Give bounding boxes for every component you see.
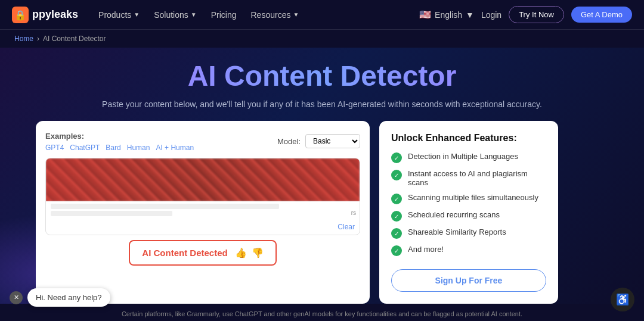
nav-products[interactable]: Products ▼ xyxy=(92,7,145,23)
tag-bard[interactable]: Bard xyxy=(106,144,120,152)
content-area: Examples: GPT4 ChatGPT Bard Human AI + H… xyxy=(12,121,632,304)
hero-section: AI Content Detector Paste your content b… xyxy=(0,48,644,304)
mosaic-overlay xyxy=(46,158,360,201)
products-arrow-icon: ▼ xyxy=(134,11,140,18)
tag-chatgpt[interactable]: ChatGPT xyxy=(70,144,100,152)
result-badge: AI Content Detected 👍 👎 xyxy=(129,240,276,266)
navbar-right: 🇺🇸 English ▼ Login Try It Now Get A Demo xyxy=(419,6,632,23)
features-title: Unlock Enhanced Features: xyxy=(391,133,546,144)
feature-item-3: ✓ Scanning multiple files simultaneously xyxy=(391,193,546,204)
tag-ai-human[interactable]: AI + Human xyxy=(156,144,194,152)
thumbs-down-icon[interactable]: 👎 xyxy=(252,247,264,258)
solutions-arrow-icon: ▼ xyxy=(191,11,197,18)
nav-resources[interactable]: Resources ▼ xyxy=(245,7,305,23)
chat-close-button[interactable]: ✕ xyxy=(10,291,23,304)
flag-icon: 🇺🇸 xyxy=(419,9,431,20)
try-it-now-button[interactable]: Try It Now xyxy=(509,6,564,23)
check-icon-1: ✓ xyxy=(391,152,402,163)
login-button[interactable]: Login xyxy=(481,10,501,20)
check-icon-4: ✓ xyxy=(391,211,402,222)
nav-pricing[interactable]: Pricing xyxy=(205,7,243,23)
feature-item-1: ✓ Detection in Multiple Languages xyxy=(391,152,546,163)
svg-text:🔒: 🔒 xyxy=(14,10,26,21)
check-icon-3: ✓ xyxy=(391,194,402,204)
nav-links: Products ▼ Solutions ▼ Pricing Resources… xyxy=(92,7,419,23)
features-card: Unlock Enhanced Features: ✓ Detection in… xyxy=(379,121,558,304)
lang-arrow-icon: ▼ xyxy=(466,10,474,20)
text-input-area[interactable]: rs Clear xyxy=(45,158,360,235)
breadcrumb: Home › AI Content Detector xyxy=(0,30,644,48)
feature-item-6: ✓ And more! xyxy=(391,245,546,256)
tag-human[interactable]: Human xyxy=(127,144,150,152)
get-demo-button[interactable]: Get A Demo xyxy=(571,7,632,23)
clear-button[interactable]: Clear xyxy=(338,223,355,231)
feature-item-5: ✓ Shareable Similarity Reports xyxy=(391,227,546,239)
logo-text: ppyleaks xyxy=(32,8,78,21)
detector-card: Examples: GPT4 ChatGPT Bard Human AI + H… xyxy=(36,121,370,304)
blurred-text xyxy=(46,158,360,201)
language-selector[interactable]: 🇺🇸 English ▼ xyxy=(419,9,474,20)
thumbs-up-icon[interactable]: 👍 xyxy=(235,247,247,258)
navbar: 🔒 ppyleaks Products ▼ Solutions ▼ Pricin… xyxy=(0,0,644,30)
logo[interactable]: 🔒 ppyleaks xyxy=(12,7,78,23)
signup-button[interactable]: Sign Up For Free xyxy=(391,269,546,292)
model-select[interactable]: Basic Advanced xyxy=(305,134,360,148)
breadcrumb-separator: › xyxy=(37,35,39,43)
examples-label: Examples: xyxy=(45,132,84,141)
chat-widget: ✕ Hi. Need any help? xyxy=(10,288,110,307)
example-tags: GPT4 ChatGPT Bard Human AI + Human xyxy=(45,144,194,152)
word-count: rs xyxy=(351,210,356,216)
feature-item-2: ✓ Instant access to AI and plagiarism sc… xyxy=(391,169,546,187)
tag-gpt4[interactable]: GPT4 xyxy=(45,144,64,152)
feature-item-4: ✓ Scheduled recurring scans xyxy=(391,210,546,222)
card-top: Examples: GPT4 ChatGPT Bard Human AI + H… xyxy=(45,130,360,152)
feedback-icons: 👍 👎 xyxy=(235,247,264,258)
result-text: AI Content Detected xyxy=(142,248,227,258)
breadcrumb-home[interactable]: Home xyxy=(14,35,33,43)
check-icon-6: ✓ xyxy=(391,245,402,256)
breadcrumb-current: AI Content Detector xyxy=(43,35,106,43)
resources-arrow-icon: ▼ xyxy=(293,11,299,18)
model-selector: Model: Basic Advanced xyxy=(277,134,360,148)
nav-solutions[interactable]: Solutions ▼ xyxy=(148,7,203,23)
check-icon-5: ✓ xyxy=(391,228,402,239)
hero-subtitle: Paste your content below, and we'll tell… xyxy=(12,99,632,109)
check-icon-2: ✓ xyxy=(391,170,402,180)
footer-disclaimer: Certain platforms, like Grammarly, use C… xyxy=(0,307,644,321)
model-label: Model: xyxy=(277,137,301,146)
logo-icon: 🔒 xyxy=(12,7,29,23)
accessibility-button[interactable]: ♿ xyxy=(611,288,634,311)
examples-section: Examples: GPT4 ChatGPT Bard Human AI + H… xyxy=(45,130,194,152)
chat-bubble[interactable]: Hi. Need any help? xyxy=(27,288,110,307)
page-title: AI Content Detector xyxy=(12,60,632,92)
